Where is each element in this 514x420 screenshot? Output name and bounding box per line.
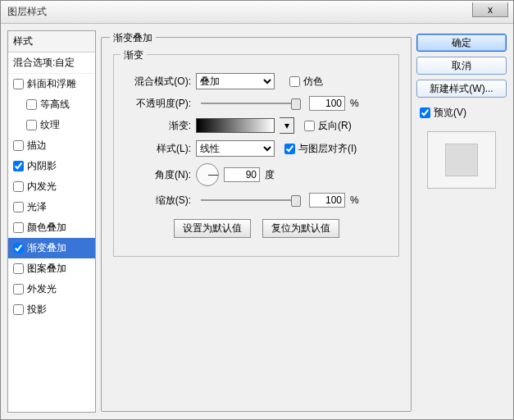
- opacity-input[interactable]: [309, 96, 345, 111]
- style-item-6[interactable]: 光泽: [8, 197, 95, 217]
- style-item-1[interactable]: 等高线: [8, 94, 95, 115]
- reverse-checkbox[interactable]: [304, 121, 315, 131]
- blend-mode-select[interactable]: 叠加: [196, 73, 275, 89]
- preview-checkbox-label[interactable]: 预览(V): [416, 106, 507, 120]
- style-item-label: 图案叠加: [27, 262, 66, 276]
- style-item-7[interactable]: 颜色叠加: [8, 217, 95, 238]
- new-style-button[interactable]: 新建样式(W)...: [416, 80, 507, 98]
- scale-label: 缩放(S):: [125, 194, 191, 208]
- close-icon: x: [488, 4, 493, 16]
- angle-input[interactable]: [224, 167, 260, 182]
- style-label: 样式(L):: [125, 142, 191, 156]
- dither-checkbox-label[interactable]: 仿色: [289, 75, 323, 89]
- style-item-3[interactable]: 描边: [8, 135, 95, 156]
- angle-label: 角度(N):: [125, 168, 191, 182]
- style-item-0[interactable]: 斜面和浮雕: [8, 74, 95, 94]
- make-default-button[interactable]: 设置为默认值: [174, 219, 251, 238]
- settings-panel: 渐变叠加 渐变 混合模式(O): 叠加 仿色 不透明度(P):: [101, 30, 412, 413]
- scale-unit: %: [350, 194, 359, 206]
- style-item-5[interactable]: 内发光: [8, 176, 95, 197]
- titlebar: 图层样式 x: [1, 1, 513, 24]
- gradient-preview[interactable]: [196, 118, 275, 133]
- layer-style-dialog: 图层样式 x 样式 混合选项:自定 斜面和浮雕等高线纹理描边内阴影内发光光泽颜色…: [0, 0, 514, 420]
- blend-mode-label: 混合模式(O):: [125, 75, 191, 89]
- style-item-9[interactable]: 图案叠加: [8, 258, 95, 279]
- preview-swatch: [445, 144, 478, 176]
- right-buttons-panel: 确定 取消 新建样式(W)... 预览(V): [416, 30, 507, 413]
- opacity-slider[interactable]: [201, 103, 299, 104]
- style-select[interactable]: 线性: [196, 140, 275, 157]
- align-checkbox-label[interactable]: 与图层对齐(I): [284, 142, 357, 156]
- style-item-label: 颜色叠加: [27, 221, 66, 235]
- style-item-label: 渐变叠加: [27, 241, 66, 255]
- style-item-2[interactable]: 纹理: [8, 115, 95, 135]
- angle-dial[interactable]: [196, 163, 219, 186]
- scale-slider[interactable]: [201, 199, 299, 201]
- scale-input[interactable]: [309, 193, 345, 208]
- group-title: 渐变叠加: [110, 31, 156, 45]
- style-item-10[interactable]: 外发光: [8, 279, 95, 299]
- preview-box: [427, 131, 496, 189]
- style-item-8[interactable]: 渐变叠加: [8, 238, 95, 258]
- gradient-label: 渐变:: [125, 119, 191, 133]
- gradient-inner-group: 渐变 混合模式(O): 叠加 仿色 不透明度(P):: [113, 54, 399, 257]
- style-item-checkbox[interactable]: [26, 120, 37, 130]
- style-item-checkbox[interactable]: [26, 99, 37, 110]
- style-item-checkbox[interactable]: [13, 79, 24, 89]
- gradient-dropdown-button[interactable]: ▾: [280, 117, 294, 134]
- blending-options-row[interactable]: 混合选项:自定: [8, 52, 95, 74]
- style-item-checkbox[interactable]: [13, 243, 24, 253]
- style-item-4[interactable]: 内阴影: [8, 156, 95, 176]
- style-item-label: 描边: [27, 139, 47, 153]
- cancel-button[interactable]: 取消: [416, 57, 507, 75]
- style-item-checkbox[interactable]: [13, 222, 24, 233]
- style-item-label: 光泽: [27, 200, 47, 214]
- reverse-checkbox-label[interactable]: 反向(R): [304, 119, 352, 133]
- style-item-checkbox[interactable]: [13, 263, 24, 274]
- style-item-checkbox[interactable]: [13, 284, 24, 294]
- style-item-label: 内发光: [27, 180, 57, 194]
- opacity-unit: %: [350, 98, 359, 109]
- style-item-label: 投影: [27, 303, 47, 317]
- style-item-label: 内阴影: [27, 159, 57, 173]
- style-item-checkbox[interactable]: [13, 304, 24, 315]
- reset-default-button[interactable]: 复位为默认值: [262, 219, 339, 238]
- style-item-label: 等高线: [40, 98, 70, 112]
- gradient-overlay-group: 渐变叠加 渐变 混合模式(O): 叠加 仿色 不透明度(P):: [101, 37, 412, 412]
- style-item-checkbox[interactable]: [13, 140, 24, 151]
- dither-checkbox[interactable]: [289, 76, 300, 87]
- style-item-checkbox[interactable]: [13, 181, 24, 192]
- style-item-label: 外发光: [27, 282, 57, 296]
- opacity-label: 不透明度(P):: [125, 97, 191, 111]
- preview-checkbox[interactable]: [420, 107, 430, 118]
- styles-header: 样式: [8, 31, 95, 52]
- style-item-11[interactable]: 投影: [8, 299, 95, 320]
- dialog-title: 图层样式: [7, 5, 47, 19]
- styles-list-panel: 样式 混合选项:自定 斜面和浮雕等高线纹理描边内阴影内发光光泽颜色叠加渐变叠加图…: [7, 30, 96, 413]
- align-checkbox[interactable]: [284, 144, 295, 154]
- style-item-label: 纹理: [40, 118, 60, 132]
- angle-unit: 度: [265, 168, 275, 182]
- style-item-checkbox[interactable]: [13, 161, 24, 171]
- style-item-checkbox[interactable]: [13, 202, 24, 212]
- inner-title: 渐变: [121, 48, 147, 62]
- ok-button[interactable]: 确定: [416, 34, 507, 52]
- style-item-label: 斜面和浮雕: [27, 77, 76, 91]
- close-button[interactable]: x: [472, 2, 508, 17]
